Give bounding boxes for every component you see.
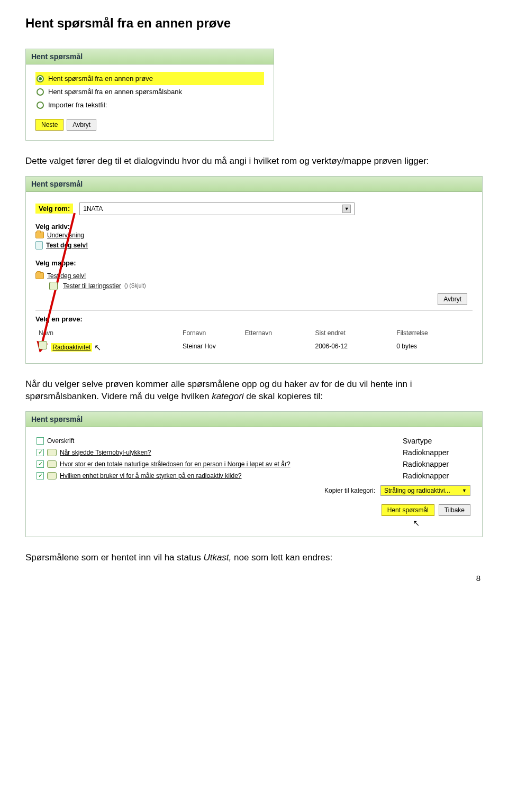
th-overskrift: Overskrift (47, 437, 74, 445)
page-number: 8 (25, 574, 483, 583)
question-icon (47, 449, 57, 456)
test-date: 2006-06-12 (312, 339, 393, 354)
th-svartype: Svartype (403, 436, 471, 446)
room-select-value: 1NATA (83, 205, 103, 213)
question-link[interactable]: Når skjedde Tsjernobyl-ulykken? (60, 449, 151, 456)
cursor-icon: ↖ (94, 343, 101, 353)
panel-header: Hent spørsmål (26, 412, 482, 427)
option-from-other-test[interactable]: Hent spørsmål fra en annen prøve (35, 72, 264, 85)
category-select[interactable]: Stråling og radioaktivi... ▼ (380, 485, 470, 496)
archive-label: Velg arkiv: (35, 223, 473, 230)
paragraph-intro-2: Når du velger selve prøven kommer alle s… (25, 379, 483, 403)
archive-item-undervisning[interactable]: Undervisning (35, 230, 473, 240)
answer-type: Radioknapper (403, 459, 471, 469)
test-icon (49, 282, 58, 290)
dialog-hent-sporsmal-2: Hent spørsmål Velg rom: 1NATA ▼ Velg ark… (25, 176, 483, 364)
cancel-button[interactable]: Avbryt (438, 293, 467, 305)
checkbox[interactable]: ✓ (37, 472, 44, 479)
question-link[interactable]: Hvilken enhet bruker vi for å måle styrk… (60, 472, 242, 479)
answer-type: Radioknapper (403, 470, 471, 481)
checkbox-header[interactable]: ✓ (37, 437, 44, 445)
chevron-down-icon: ▼ (462, 488, 467, 493)
dialog-hent-sporsmal-3: Hent spørsmål ✓ Overskrift Svartype ✓ Nå… (25, 411, 483, 537)
folder-item-suffix: () (Skjult) (124, 283, 146, 289)
test-icon (39, 341, 47, 349)
archive-item-label: Undervisning (47, 232, 84, 239)
question-row[interactable]: ✓ Når skjedde Tsjernobyl-ulykken? (37, 447, 402, 458)
category-select-value: Stråling og radioaktivi... (384, 487, 450, 494)
archive-item-test-deg-selv[interactable]: Test deg selv! (35, 240, 473, 251)
cursor-icon: ↖ (413, 518, 420, 528)
checkbox[interactable]: ✓ (37, 449, 44, 456)
question-icon (47, 460, 57, 468)
radio-icon (37, 88, 44, 96)
question-icon (47, 472, 57, 479)
th-fornavn: Fornavn (179, 327, 242, 339)
th-filstorrelse: Filstørrelse (393, 327, 473, 339)
test-table: Navn Fornavn Etternavn Sist endret Filst… (35, 327, 473, 354)
option-from-question-bank[interactable]: Hent spørsmål fra en annen spørsmålsbank (35, 85, 264, 98)
folder-label: Velg mappe: (35, 259, 473, 267)
radio-selected-icon (37, 75, 44, 82)
room-select[interactable]: 1NATA ▼ (79, 202, 355, 215)
test-name: Radioaktivitet (51, 343, 92, 352)
chevron-down-icon: ▼ (342, 205, 351, 213)
document-icon (35, 241, 43, 250)
panel-header: Hent spørsmål (26, 49, 274, 64)
folder-item-tester-laeringsstier[interactable]: Tester til læringsstier () (Skjult) (35, 281, 473, 291)
th-sist-endret: Sist endret (312, 327, 393, 339)
back-button[interactable]: Tilbake (439, 504, 470, 516)
copy-to-category-label: Kopier til kategori: (324, 487, 375, 494)
th-name: Navn (35, 327, 179, 339)
question-row[interactable]: ✓ Hvilken enhet bruker vi for å måle sty… (37, 470, 402, 481)
question-row[interactable]: ✓ Hvor stor er den totale naturlige strå… (37, 459, 402, 469)
question-link[interactable]: Hvor stor er den totale naturlige stråle… (60, 460, 291, 468)
test-size: 0 bytes (393, 339, 473, 354)
radio-icon (37, 102, 44, 109)
folder-item-test-deg-selv[interactable]: Test deg selv! (35, 271, 473, 281)
option-label: Importer fra tekstfil: (48, 101, 107, 109)
panel-header: Hent spørsmål (26, 177, 482, 192)
option-label: Hent spørsmål fra en annen spørsmålsbank (48, 88, 182, 96)
table-row[interactable]: Radioaktivitet ↖ Steinar Hov 2006-06-12 … (35, 339, 473, 354)
th-etternavn: Etternavn (242, 327, 312, 339)
cancel-button[interactable]: Avbryt (67, 119, 96, 131)
page-title: Hent spørsmål fra en annen prøve (25, 16, 483, 31)
checkbox[interactable]: ✓ (37, 460, 44, 468)
test-user: Steinar Hov (179, 339, 312, 354)
paragraph-intro-3: Spørsmålene som er hentet inn vil ha sta… (25, 552, 483, 564)
folder-icon (35, 272, 44, 279)
option-label: Hent spørsmål fra en annen prøve (48, 75, 153, 82)
select-test-label: Velg en prøve: (35, 315, 473, 323)
next-button[interactable]: Neste (35, 119, 64, 131)
option-import-textfile[interactable]: Importer fra tekstfil: (35, 98, 264, 112)
get-questions-button[interactable]: Hent spørsmål (382, 504, 434, 516)
room-label: Velg rom: (35, 204, 73, 214)
paragraph-intro-1: Dette valget fører deg til et dialogvind… (25, 155, 483, 168)
folder-icon (35, 232, 44, 238)
answer-type: Radioknapper (403, 447, 471, 458)
folder-item-label: Tester til læringsstier (63, 282, 121, 290)
dialog-hent-sporsmal-1: Hent spørsmål Hent spørsmål fra en annen… (25, 49, 274, 141)
folder-item-label: Test deg selv! (47, 272, 86, 280)
question-table: ✓ Overskrift Svartype ✓ Når skjedde Tsje… (35, 435, 473, 482)
